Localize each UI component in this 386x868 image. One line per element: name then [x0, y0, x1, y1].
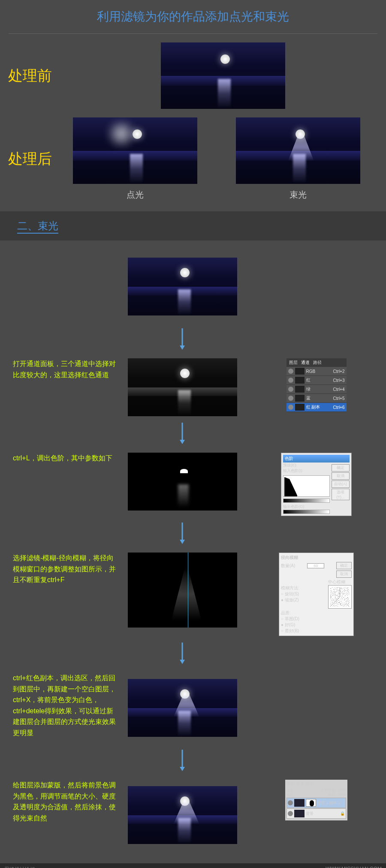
arrow: [127, 328, 238, 352]
before-label: 处理前: [0, 66, 60, 86]
svg-marker-1: [180, 345, 185, 350]
arrow: [127, 643, 238, 666]
after-row: 处理后 点光 束光: [0, 117, 386, 201]
step5-image: [128, 786, 237, 844]
footer-right: WWW.MISSYUAN.COM: [326, 866, 382, 868]
tutorial-page: 利用滤镜为你的作品添加点光和束光 处理前 处理后 点光: [0, 0, 386, 868]
step-4: ctrl+红色副本，调出选区，然后回到图层中，再新建一个空白图层，ctrl+X，…: [0, 673, 386, 743]
step0-image: [128, 258, 237, 315]
step3-text: 选择滤镜-模糊-径向模糊，将径向模糊窗口的参数调整如图所示，并且不断重复ctrl…: [0, 553, 127, 586]
step4-text: ctrl+红色副本，调出选区，然后回到图层中，再新建一个空白图层，ctrl+X，…: [0, 673, 127, 739]
after-label: 处理后: [0, 149, 60, 169]
after-point-image: [73, 117, 197, 184]
section-title: 二、束光: [17, 220, 58, 234]
step-1: 打开通道面板，三个通道中选择对比度较大的，这里选择红色通道 图层 通道 路径 R…: [0, 358, 386, 416]
divider: [9, 33, 377, 34]
footer-left: 思缘设计论坛: [4, 866, 35, 868]
layers-panel: 图层 通道 路径 正常 不透明度: 100% 锁定: 填充: 100%: [285, 780, 347, 820]
step-5: 给图层添加蒙版，然后将前景色调为黑色，用调节画笔的大小、硬度及透明度为合适值，然…: [0, 780, 386, 850]
step-3: 选择滤镜-模糊-径向模糊，将径向模糊窗口的参数调整如图所示，并且不断重复ctrl…: [0, 553, 386, 636]
step1-text: 打开通道面板，三个通道中选择对比度较大的，这里选择红色通道: [0, 358, 127, 380]
svg-marker-3: [180, 440, 185, 444]
step2-image: [128, 453, 237, 511]
section-header: 二、束光: [0, 211, 386, 240]
step-original: [0, 251, 386, 322]
svg-marker-9: [180, 767, 185, 771]
page-title: 利用滤镜为你的作品添加点光和束光: [0, 0, 386, 33]
arrow: [127, 523, 238, 546]
channels-panel: 图层 通道 路径 RGBCtrl+2 红Ctrl+3 绿Ctrl+4 蓝Ctrl…: [286, 358, 347, 412]
svg-marker-5: [180, 540, 185, 544]
arrow: [127, 750, 238, 773]
step3-image: [128, 553, 237, 628]
step4-image: [128, 679, 237, 737]
step-2: ctrl+L，调出色阶，其中参数如下 色阶 预设(E): 输入色阶(I): 输出…: [0, 453, 386, 516]
step5-text: 给图层添加蒙版，然后将前景色调为黑色，用调节画笔的大小、硬度及透明度为合适值，然…: [0, 780, 127, 823]
arrow: [127, 423, 238, 446]
step1-image: [128, 358, 237, 416]
step2-text: ctrl+L，调出色阶，其中参数如下: [0, 453, 127, 464]
footer: 思缘设计论坛 WWW.MISSYUAN.COM: [0, 863, 386, 868]
svg-marker-7: [180, 660, 185, 664]
before-image: [161, 42, 285, 109]
after-beam-image: [236, 117, 360, 184]
radial-blur-panel: 径向模糊 数量(A) 60 确定 取消 模糊方法: ○ 旋转(S) ● 缩放(Z…: [279, 553, 354, 636]
levels-panel: 色阶 预设(E): 输入色阶(I): 输出色阶(O): 确定 取消 自动(A): [281, 453, 352, 516]
before-row: 处理前: [0, 42, 386, 109]
beam-light-caption: 束光: [290, 189, 307, 201]
point-light-caption: 点光: [127, 189, 144, 201]
